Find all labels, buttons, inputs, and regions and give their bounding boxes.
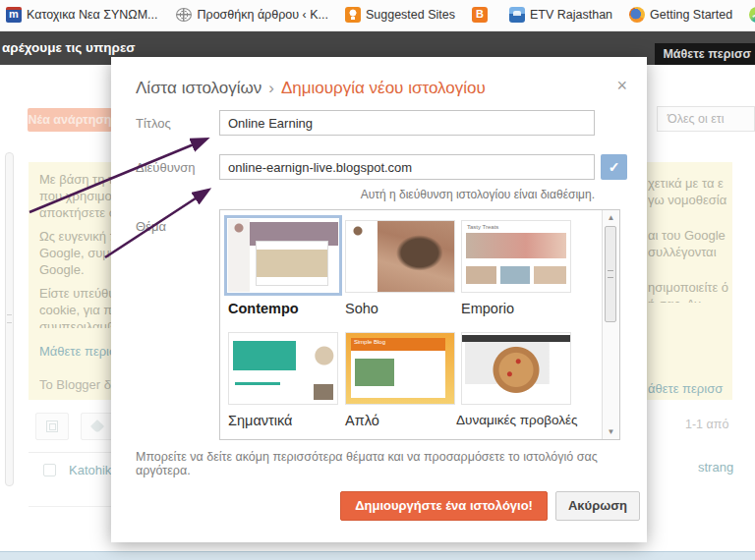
cancel-button[interactable]: Ακύρωση: [555, 491, 640, 521]
cookie-notice-text: αρέχουμε τις υπηρεσ: [2, 40, 136, 55]
notice-line: συμπεριλαμβά: [39, 318, 112, 328]
notice-line: συλλέγονται: [648, 244, 734, 260]
bookmark-item-suggested-sites[interactable]: Suggested Sites: [345, 7, 455, 23]
tag-icon: [90, 420, 104, 433]
theme-option-aplo[interactable]: Simple Blog: [345, 332, 455, 405]
bookmark-label: ETV Rajasthan: [530, 8, 612, 22]
bookmark-label: Προσθήκη άρθρου ‹ Κ...: [198, 8, 328, 22]
divider: [29, 452, 111, 453]
notice-line: ησιμοποιείτε ό: [648, 279, 734, 296]
bookmark-label: Getting Started: [650, 8, 732, 22]
tv-site-icon: [509, 7, 525, 23]
theme-option-simantika[interactable]: [228, 332, 338, 405]
create-blog-dialog: × Λίστα ιστολογίων›Δημιουργία νέου ιστολ…: [111, 57, 647, 542]
bookmark-item-katoxika[interactable]: Κατοχικα Νεα ΣΥΝΩΜ...: [6, 7, 158, 23]
theme-option-contempo[interactable]: [224, 215, 342, 296]
theme-picker: Tasty Treats Contempo Soho Emporio Simpl…: [219, 209, 620, 440]
all-labels-dropdown[interactable]: Όλες οι ετι: [657, 106, 755, 132]
m-site-icon: [6, 7, 22, 23]
theme-name[interactable]: Δυναμικές προβολές: [456, 413, 578, 427]
bookmark-item-fifthelem[interactable]: https://www.fifthelem...: [749, 7, 755, 23]
blog-title-input[interactable]: [219, 110, 595, 136]
left-scrollbar[interactable]: [5, 152, 14, 486]
page-bottom-strip: [0, 551, 755, 560]
theme-name[interactable]: Soho: [345, 301, 378, 316]
breadcrumb-parent[interactable]: Λίστα ιστολογίων: [136, 79, 261, 97]
notice-footer-text: Το Blogger δεν: [39, 377, 112, 392]
select-all-icon: [46, 420, 58, 432]
divider: [29, 506, 111, 507]
theme-name[interactable]: Απλό: [345, 413, 379, 428]
new-post-button[interactable]: Νέα ανάρτηση: [28, 108, 112, 132]
theme-option-dynamic-views[interactable]: [461, 332, 571, 405]
screen: Κατοχικα Νεα ΣΥΝΩΜ... Προσθήκη άρθρου ‹ …: [0, 0, 755, 560]
bookmark-item-getting-started[interactable]: Getting Started: [629, 7, 732, 23]
leaf-site-icon: [749, 7, 755, 23]
bookmark-item-add-article[interactable]: Προσθήκη άρθρου ‹ Κ...: [175, 7, 328, 23]
labels-button[interactable]: [81, 413, 114, 440]
notice-line: γω νομοθεσία: [648, 192, 734, 208]
learn-more-link-dimmed[interactable]: Μάθετε περισ: [39, 344, 112, 359]
blog-address-input[interactable]: [219, 154, 595, 180]
notice-line: Είστε υπεύθυν: [39, 285, 112, 302]
scroll-down-icon[interactable]: ▼: [603, 427, 619, 436]
dialog-breadcrumb: Λίστα ιστολογίων›Δημιουργία νέου ιστολογ…: [136, 79, 486, 98]
notice-line: αι του Google: [648, 227, 734, 244]
theme-scrollbar[interactable]: ▲ ▼: [602, 210, 619, 439]
close-icon[interactable]: ×: [616, 77, 627, 94]
blogger-icon: [472, 7, 488, 23]
learn-more-link[interactable]: Μάθετε περισσ: [655, 43, 755, 65]
notice-line: Με βάση τη τ: [39, 171, 112, 188]
lightbulb-icon: [345, 7, 361, 23]
cookie-notice-left-column: Με βάση τη τ που χρησιμοπ αποκτήσετε σι …: [39, 171, 112, 328]
title-field-label: Τίτλος: [136, 116, 171, 131]
notice-line: Google.: [39, 261, 112, 278]
firefox-icon: [629, 7, 645, 23]
theme-option-soho[interactable]: [345, 220, 455, 293]
bookmark-item-blogger[interactable]: [472, 7, 493, 23]
post-row-checkbox[interactable]: [43, 464, 56, 476]
scrollbar-thumb[interactable]: [605, 226, 616, 322]
breadcrumb-separator-icon: ›: [268, 79, 274, 97]
theme-preview-title: Tasty Treats: [467, 224, 498, 230]
address-available-check-icon: ✓: [601, 154, 627, 180]
cookie-notice-right-column: χετικά με τα ε γω νομοθεσία αι του Googl…: [648, 175, 734, 303]
author-link[interactable]: strang: [698, 460, 733, 475]
notice-line: Ως ευγενική π: [39, 228, 112, 245]
theme-field-label: Θέμα: [136, 219, 166, 234]
bookmark-item-etv-rajasthan[interactable]: ETV Rajasthan: [509, 7, 612, 23]
notice-line: που χρησιμοπ: [39, 188, 112, 204]
dialog-buttons: Δημιουργήστε ένα ιστολόγιο! Ακύρωση: [340, 491, 640, 521]
select-posts-button[interactable]: [35, 413, 69, 440]
theme-name[interactable]: Σημαντικά: [228, 413, 292, 428]
theme-preview-title: Simple Blog: [354, 339, 385, 345]
bookmark-label: Suggested Sites: [366, 8, 455, 22]
notice-line: Google, συμπ: [39, 245, 112, 261]
theme-thumbnail-contempo: [228, 219, 338, 292]
create-blog-button[interactable]: Δημιουργήστε ένα ιστολόγιο!: [340, 491, 548, 521]
bookmarks-bar: Κατοχικα Νεα ΣΥΝΩΜ... Προσθήκη άρθρου ‹ …: [0, 0, 755, 31]
notice-line: cookie, για πο: [39, 302, 112, 318]
breadcrumb-current: Δημιουργία νέου ιστολογίου: [281, 79, 486, 97]
notice-line: αποκτήσετε σι: [39, 204, 112, 221]
theme-name[interactable]: Emporio: [461, 301, 514, 316]
theme-option-emporio[interactable]: Tasty Treats: [461, 220, 571, 293]
scroll-up-icon[interactable]: ▲: [603, 213, 619, 222]
globe-icon: [176, 8, 192, 22]
bookmark-label: Κατοχικα Νεα ΣΥΝΩΜ...: [27, 8, 158, 22]
notice-line: χετικά με τα ε: [648, 175, 734, 192]
notice-line: ή σας. Αν: [648, 296, 734, 303]
address-availability-message: Αυτή η διεύθυνση ιστολογίου είναι διαθέσ…: [219, 188, 595, 201]
pagination-label: 1-1 από: [685, 418, 728, 431]
learn-more-link-dimmed[interactable]: άθετε περισσ: [648, 381, 734, 396]
themes-note: Μπορείτε να δείτε ακόμη περισσότερα θέμα…: [136, 450, 627, 477]
theme-name[interactable]: Contempo: [228, 301, 299, 316]
address-field-label: Διεύθυνση: [136, 160, 196, 175]
